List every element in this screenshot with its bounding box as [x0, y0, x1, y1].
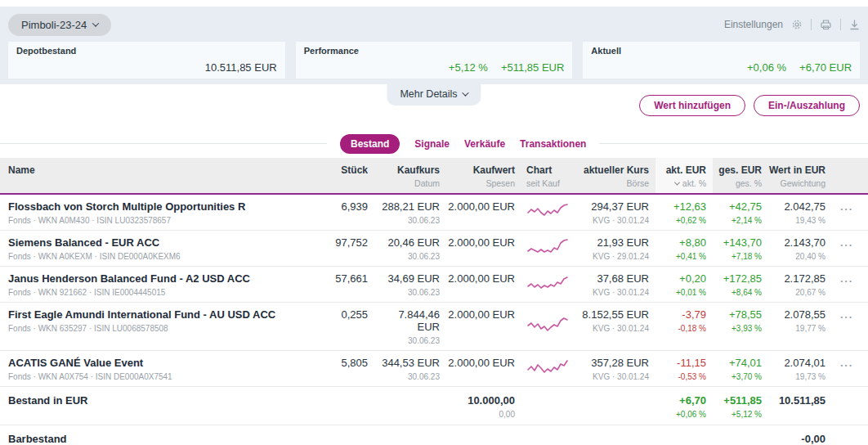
- col-header-kaufkurs[interactable]: Kaufkurs Datum: [374, 158, 446, 193]
- wert-cell: 2.172,85 20,67 %: [768, 267, 832, 302]
- sparkline-chart: [521, 231, 574, 266]
- sparkline-chart: [521, 267, 574, 302]
- settings-label[interactable]: Einstellungen: [724, 19, 783, 30]
- row-menu-button[interactable]: ···: [832, 303, 868, 350]
- kaufkurs-cell: 344,53 EUR 30.06.23: [374, 351, 446, 386]
- header-band: Pimboli-23-24 Einstellungen: [0, 7, 868, 84]
- summary-label: Bestand in EUR: [8, 394, 309, 407]
- kaufkurs-cell: 34,69 EUR 30.06.23: [374, 267, 446, 302]
- depot-page: Pimboli-23-24 Einstellungen: [0, 0, 868, 445]
- aktueller-kurs-cell: 294,37 EUR KVG · 30.01.24: [574, 195, 655, 230]
- col-header-name[interactable]: Name: [0, 158, 315, 193]
- col-header-aktueller-kurs[interactable]: aktueller Kurs Börse: [574, 158, 655, 193]
- row-menu-button[interactable]: ···: [832, 267, 868, 302]
- tab-bestand[interactable]: Bestand: [340, 134, 400, 154]
- kpi-cards: Depotbestand 10.511,85 EUR Performance +…: [8, 42, 860, 79]
- row-menu-button[interactable]: ···: [832, 351, 868, 386]
- chevron-down-icon: [92, 20, 99, 26]
- kaufwert-cell: 2.000,00 EUR: [446, 231, 521, 266]
- wert-cell: 2.074,01 19,73 %: [768, 351, 832, 386]
- aktueller-kurs-cell: 357,28 EUR KVG · 30.01.24: [574, 351, 655, 386]
- col-header-chart[interactable]: Chart seit Kauf: [521, 158, 574, 193]
- card-depotbestand: Depotbestand 10.511,85 EUR: [8, 42, 285, 79]
- fund-name-link[interactable]: Janus Henderson Balanced Fund - A2 USD A…: [8, 272, 309, 285]
- sparkline-chart: [521, 351, 574, 386]
- stueck-cell: 0,255: [315, 303, 374, 350]
- fund-name-link[interactable]: First Eagle Amundi International Fund - …: [8, 308, 309, 321]
- deposit-withdraw-button[interactable]: Ein-/Auszahlung: [754, 95, 860, 116]
- wert-cell: 2.042,75 19,43 %: [768, 195, 832, 230]
- table-row: Siemens Balanced - EUR ACC Fonds · WKN A…: [0, 231, 868, 267]
- tab-verkaeufe[interactable]: Verkäufe: [464, 138, 505, 150]
- fund-meta: Fonds · WKN 635297 · ISIN LU0068578508: [8, 324, 309, 333]
- sort-chevron-down-icon: [674, 179, 680, 185]
- header-tools: Einstellungen: [724, 19, 860, 30]
- band-top-row: Pimboli-23-24 Einstellungen: [8, 11, 860, 38]
- kaufwert-cell: 2.000,00 EUR: [446, 351, 521, 386]
- ges-eur-cell: +78,55 +3,93 %: [713, 303, 768, 350]
- table-row: Flossbach von Storch Multiple Opportunit…: [0, 195, 868, 231]
- more-details-button[interactable]: Mehr Details: [387, 84, 481, 106]
- kaufwert-cell: 2.000,00 EUR: [446, 303, 521, 350]
- tab-signale[interactable]: Signale: [414, 138, 450, 150]
- card-value: 10.511,85 EUR: [205, 61, 277, 74]
- card-value: +5,12 % +511,85 EUR: [449, 61, 565, 74]
- akt-eur-cell: +0,20 +0,01 %: [655, 267, 713, 302]
- printer-icon[interactable]: [820, 19, 832, 30]
- overflow-menu-icon: ···: [840, 311, 853, 323]
- portfolio-name: Pimboli-23-24: [21, 19, 87, 31]
- fund-name-link[interactable]: Siemens Balanced - EUR ACC: [8, 236, 309, 249]
- action-buttons: Wert hinzufügen Ein-/Auszahlung: [639, 95, 860, 116]
- overflow-menu-icon: ···: [840, 203, 853, 215]
- sparkline-chart: [521, 303, 574, 350]
- wert-cell: 2.078,55 19,77 %: [768, 303, 832, 350]
- row-menu-button[interactable]: ···: [832, 231, 868, 266]
- add-value-button[interactable]: Wert hinzufügen: [639, 95, 745, 116]
- akt-eur-cell: -11,15 -0,53 %: [655, 351, 713, 386]
- tab-transaktionen[interactable]: Transaktionen: [520, 138, 586, 150]
- summary-row-barbestand: Barbestand -0,00: [0, 425, 868, 445]
- overflow-menu-icon: ···: [840, 275, 853, 287]
- col-header-wert-in-eur[interactable]: Wert in EUR Gewichtung: [768, 158, 832, 193]
- kaufkurs-cell: 288,21 EUR 30.06.23: [374, 195, 446, 230]
- table-row: ACATIS GANÉ Value Event Fonds · WKN A0X7…: [0, 351, 868, 387]
- col-header-akt-eur[interactable]: akt. EUR akt. %: [655, 158, 713, 193]
- col-header-ges-eur[interactable]: ges. EUR ges. %: [713, 158, 768, 193]
- download-icon[interactable]: [849, 19, 860, 30]
- summary-row-bestand: Bestand in EUR 10.000,00 0,00 +6,70 +0,0…: [0, 387, 868, 425]
- col-header-kaufwert[interactable]: Kaufwert Spesen: [446, 158, 521, 193]
- aktueller-kurs-cell: 21,93 EUR KVG · 29.01.24: [574, 231, 655, 266]
- portfolio-selector[interactable]: Pimboli-23-24: [8, 14, 111, 36]
- overflow-menu-icon: ···: [840, 239, 853, 251]
- table-row: Janus Henderson Balanced Fund - A2 USD A…: [0, 267, 868, 303]
- akt-eur-cell: +8,80 +0,41 %: [655, 231, 713, 266]
- summary-kaufwert: 10.000,00 0,00: [446, 387, 521, 425]
- summary-wert: -0,00: [768, 425, 832, 445]
- col-header-menu: [832, 158, 868, 193]
- stueck-cell: 5,805: [315, 351, 374, 386]
- fund-name-link[interactable]: Flossbach von Storch Multiple Opportunit…: [8, 200, 309, 213]
- ges-eur-cell: +74,01 +3,70 %: [713, 351, 768, 386]
- sparkline-chart: [521, 195, 574, 230]
- ges-eur-cell: +42,75 +2,14 %: [713, 195, 768, 230]
- fund-cell: First Eagle Amundi International Fund - …: [0, 303, 315, 350]
- ges-eur-cell: +143,70 +7,18 %: [713, 231, 768, 266]
- tab-group: Bestand Signale Verkäufe Transaktionen: [327, 133, 599, 154]
- fund-cell: Flossbach von Storch Multiple Opportunit…: [0, 195, 315, 230]
- stueck-cell: 57,661: [315, 267, 374, 302]
- divider: [811, 19, 812, 30]
- divider: [840, 19, 841, 30]
- chevron-down-icon: [462, 89, 468, 96]
- fund-meta: Fonds · WKN A0M430 · ISIN LU0323578657: [8, 216, 309, 225]
- summary-ges: +511,85 +5,12 %: [713, 387, 768, 425]
- col-header-stueck[interactable]: Stück: [315, 158, 374, 193]
- card-label: Aktuell: [591, 46, 852, 56]
- akt-eur-cell: -3,79 -0,18 %: [655, 303, 713, 350]
- fund-name-link[interactable]: ACATIS GANÉ Value Event: [8, 357, 309, 369]
- fund-meta: Fonds · WKN A0X754 · ISIN DE000A0X7541: [8, 372, 309, 381]
- summary-label: Barbestand: [8, 433, 309, 445]
- row-menu-button[interactable]: ···: [832, 195, 868, 230]
- fund-cell: ACATIS GANÉ Value Event Fonds · WKN A0X7…: [0, 351, 315, 386]
- card-label: Depotbestand: [16, 46, 277, 56]
- gear-icon[interactable]: [791, 19, 803, 30]
